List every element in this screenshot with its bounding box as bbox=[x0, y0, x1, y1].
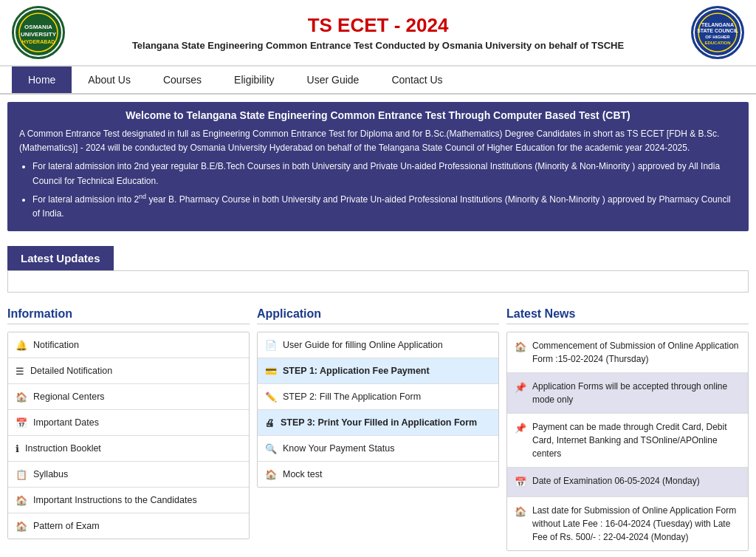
welcome-heading: Welcome to Telangana State Engineering C… bbox=[19, 109, 737, 121]
pencil-icon: ✏️ bbox=[265, 392, 277, 403]
creditcard-icon: 💳 bbox=[265, 366, 277, 377]
info-notification[interactable]: 🔔 Notification bbox=[8, 332, 249, 358]
bell-icon: 🔔 bbox=[16, 340, 27, 351]
site-subtitle: Telangana State Engineering Common Entra… bbox=[77, 40, 679, 51]
latest-news-column: Latest News 🏠 Commencement of Submission… bbox=[506, 307, 749, 551]
info-instruction-booklet[interactable]: ℹ Instruction Booklet bbox=[8, 436, 249, 462]
info-important-dates[interactable]: 📅 Important Dates bbox=[8, 410, 249, 436]
svg-text:HYDERABAD: HYDERABAD bbox=[22, 39, 55, 44]
printer-icon: 🖨 bbox=[265, 417, 275, 428]
news-item-4: 📅 Date of Examination 06-05-2024 (Monday… bbox=[507, 468, 748, 497]
home3-icon: 🏠 bbox=[16, 521, 27, 532]
info-pattern-of-exam[interactable]: 🏠 Pattern of Exam bbox=[8, 513, 249, 539]
latest-updates-content bbox=[7, 270, 749, 293]
logo-left: OSMANIA UNIVERSITY HYDERABAD bbox=[12, 6, 65, 59]
logo-right: TELANGANA STATE COUNCIL OF HIGHER EDUCAT… bbox=[691, 6, 744, 59]
test-icon: 🏠 bbox=[265, 469, 277, 480]
document-icon: 📄 bbox=[265, 340, 277, 351]
welcome-intro: A Common Entrance Test designated in ful… bbox=[19, 127, 737, 155]
main-nav: Home About Us Courses Eligibility User G… bbox=[0, 66, 756, 95]
main-columns: Information 🔔 Notification ☰ Detailed No… bbox=[0, 300, 756, 557]
list-icon: ☰ bbox=[16, 366, 24, 377]
nav-item-eligibility[interactable]: Eligibility bbox=[218, 66, 290, 93]
news-icon-1: 🏠 bbox=[515, 340, 526, 355]
news-icon-3: 📌 bbox=[515, 421, 526, 436]
svg-text:OSMANIA: OSMANIA bbox=[24, 24, 52, 30]
welcome-points: For lateral admission into 2nd year regu… bbox=[19, 160, 737, 221]
app-step3-print[interactable]: 🖨 STEP 3: Print Your Filled in Applicati… bbox=[258, 410, 498, 436]
application-heading: Application bbox=[257, 307, 499, 324]
information-list: 🔔 Notification ☰ Detailed Notification 🏠… bbox=[7, 332, 250, 539]
info-detailed-notification[interactable]: ☰ Detailed Notification bbox=[8, 358, 249, 384]
home-icon: 🏠 bbox=[16, 392, 27, 403]
svg-text:STATE COUNCIL: STATE COUNCIL bbox=[697, 28, 738, 33]
nav-item-userguide[interactable]: User Guide bbox=[291, 66, 376, 93]
nav-item-contact[interactable]: Contact Us bbox=[375, 66, 458, 93]
news-item-5: 🏠 Last date for Submission of Online App… bbox=[507, 497, 748, 550]
latest-updates-bar: Latest Updates bbox=[0, 239, 756, 293]
news-icon-2: 📌 bbox=[515, 380, 526, 395]
app-step2-form[interactable]: ✏️ STEP 2: Fill The Application Form bbox=[258, 384, 498, 410]
nav-item-home[interactable]: Home bbox=[12, 66, 72, 93]
calendar-icon: 📅 bbox=[16, 417, 27, 428]
header-center: TS ECET - 2024 Telangana State Engineeri… bbox=[77, 14, 679, 51]
news-item-3: 📌 Payment can be made through Credit Car… bbox=[507, 414, 748, 468]
svg-text:TELANGANA: TELANGANA bbox=[701, 22, 734, 27]
news-list: 🏠 Commencement of Submission of Online A… bbox=[506, 332, 749, 551]
information-column: Information 🔔 Notification ☰ Detailed No… bbox=[7, 307, 250, 551]
svg-text:EDUCATION: EDUCATION bbox=[704, 41, 730, 45]
site-header: OSMANIA UNIVERSITY HYDERABAD TS ECET - 2… bbox=[0, 0, 756, 66]
welcome-point-1: For lateral admission into 2nd year regu… bbox=[32, 160, 737, 188]
welcome-banner: Welcome to Telangana State Engineering C… bbox=[7, 102, 749, 231]
information-heading: Information bbox=[7, 307, 250, 324]
news-icon-4: 📅 bbox=[515, 475, 526, 490]
latest-news-heading: Latest News bbox=[506, 307, 749, 324]
search-icon: 🔍 bbox=[265, 443, 277, 454]
home2-icon: 🏠 bbox=[16, 495, 27, 506]
application-list: 📄 User Guide for filling Online Applicat… bbox=[257, 332, 499, 488]
info-important-instructions[interactable]: 🏠 Important Instructions to the Candidat… bbox=[8, 488, 249, 513]
news-item-1: 🏠 Commencement of Submission of Online A… bbox=[507, 332, 748, 373]
site-title: TS ECET - 2024 bbox=[77, 14, 679, 37]
nav-item-courses[interactable]: Courses bbox=[147, 66, 218, 93]
app-user-guide[interactable]: 📄 User Guide for filling Online Applicat… bbox=[258, 332, 498, 358]
application-column: Application 📄 User Guide for filling Onl… bbox=[257, 307, 499, 551]
clipboard-icon: 📋 bbox=[16, 469, 27, 480]
news-icon-5: 🏠 bbox=[515, 505, 526, 519]
welcome-point-2: For lateral admission into 2nd year B. P… bbox=[32, 191, 737, 221]
info-syllabus[interactable]: 📋 Syllabus bbox=[8, 462, 249, 488]
info-icon: ℹ bbox=[16, 443, 19, 454]
svg-text:OF HIGHER: OF HIGHER bbox=[705, 35, 730, 39]
info-regional-centers[interactable]: 🏠 Regional Centers bbox=[8, 384, 249, 410]
nav-item-about[interactable]: About Us bbox=[72, 66, 147, 93]
app-step1-fee[interactable]: 💳 STEP 1: Application Fee Payment bbox=[258, 358, 498, 384]
app-mock-test[interactable]: 🏠 Mock test bbox=[258, 462, 498, 487]
svg-text:UNIVERSITY: UNIVERSITY bbox=[21, 31, 57, 38]
news-item-2: 📌 Application Forms will be accepted thr… bbox=[507, 373, 748, 414]
app-payment-status[interactable]: 🔍 Know Your Payment Status bbox=[258, 436, 498, 462]
